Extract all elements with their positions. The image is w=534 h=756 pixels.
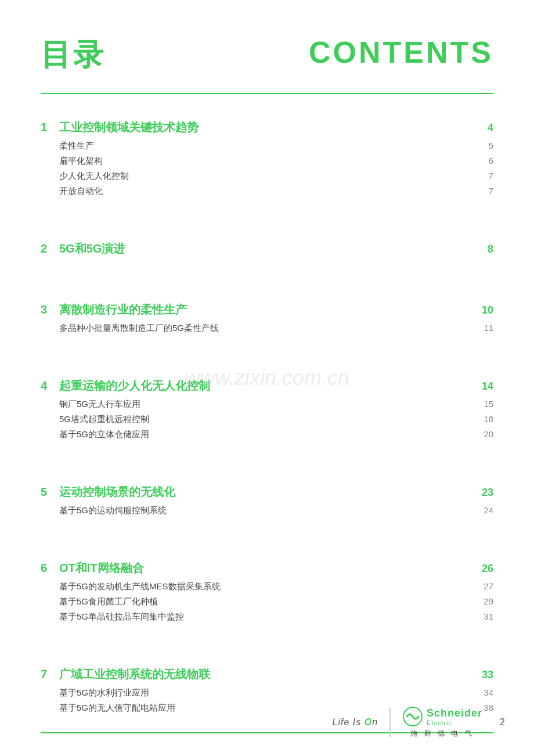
toc-main-page-6: 26 bbox=[476, 563, 493, 575]
toc-sub-item-1-3: 少人化无人化控制 7 bbox=[41, 168, 493, 183]
toc-sub-text-4-1: 钢厂5G无人行车应用 bbox=[59, 399, 140, 410]
page-number: 2 bbox=[500, 717, 505, 728]
title-chinese: 目录 bbox=[41, 35, 106, 75]
toc-sub-item-3-1: 多品种小批量离散制造工厂的5G柔性产线 11 bbox=[41, 320, 493, 335]
toc-sub-text-1-3: 少人化无人化控制 bbox=[59, 171, 129, 182]
page: 目录 CONTENTS www.zixin.com.cn 1 工业控制领域关键技… bbox=[0, 0, 534, 756]
toc-sub-page-5-1: 24 bbox=[476, 505, 493, 515]
toc-sub-page-4-2: 18 bbox=[476, 414, 493, 424]
toc-main-item-6: 6 OT和IT网络融合 26 bbox=[41, 552, 493, 578]
toc-section-1: 1 工业控制领域关键技术趋势 4 柔性生产 5 扁平化架构 6 少人化无人化控制… bbox=[41, 111, 493, 198]
brand-name: Schneider bbox=[427, 707, 482, 719]
toc-main-label-2: 2 5G和5G演进 bbox=[41, 241, 125, 257]
toc-sub-item-7-1: 基于5G的水利行业应用 34 bbox=[41, 685, 493, 700]
top-divider bbox=[41, 93, 493, 94]
toc-main-text-5: 运动控制场景的无线化 bbox=[59, 484, 175, 500]
toc-content: 1 工业控制领域关键技术趋势 4 柔性生产 5 扁平化架构 6 少人化无人化控制… bbox=[0, 111, 534, 715]
toc-section-2: 2 5G和5G演进 8 bbox=[41, 233, 493, 259]
toc-main-label-4: 4 起重运输的少人化无人化控制 bbox=[41, 378, 210, 394]
gap-1 bbox=[41, 204, 493, 215]
brand-cn: 施 耐 德 电 气 bbox=[410, 729, 474, 739]
toc-number-6: 6 bbox=[41, 561, 52, 575]
header-area: 目录 CONTENTS bbox=[0, 0, 534, 93]
footer-divider bbox=[389, 708, 391, 737]
title-english: CONTENTS bbox=[309, 35, 493, 70]
toc-number-4: 4 bbox=[41, 379, 52, 393]
toc-main-page-7: 33 bbox=[476, 669, 493, 681]
toc-sub-text-1-1: 柔性生产 bbox=[59, 141, 94, 152]
schneider-icon bbox=[402, 706, 423, 727]
toc-sub-item-1-1: 柔性生产 5 bbox=[41, 138, 493, 153]
toc-main-text-2: 5G和5G演进 bbox=[59, 241, 125, 257]
toc-sub-page-1-2: 6 bbox=[476, 156, 493, 165]
toc-sub-item-6-2: 基于5G食用菌工厂化种植 29 bbox=[41, 593, 493, 609]
toc-sub-item-6-1: 基于5G的发动机生产线MES数据采集系统 27 bbox=[41, 578, 493, 593]
toc-main-text-6: OT和IT网络融合 bbox=[59, 560, 144, 576]
brand-sub: Electric bbox=[427, 719, 482, 726]
toc-section-4: 4 起重运输的少人化无人化控制 14 钢厂5G无人行车应用 15 5G塔式起重机… bbox=[41, 370, 493, 441]
toc-section-6: 6 OT和IT网络融合 26 基于5G的发动机生产线MES数据采集系统 27 基… bbox=[41, 552, 493, 624]
toc-section-5: 5 运动控制场景的无线化 23 基于5G的运动伺服控制系统 24 bbox=[41, 476, 493, 517]
toc-main-label-6: 6 OT和IT网络融合 bbox=[41, 560, 144, 576]
toc-sub-text-6-1: 基于5G的发动机生产线MES数据采集系统 bbox=[59, 581, 221, 592]
toc-main-item-5: 5 运动控制场景的无线化 23 bbox=[41, 476, 493, 502]
toc-main-item-1: 1 工业控制领域关键技术趋势 4 bbox=[41, 111, 493, 138]
footer: Life Is On Schneider Electric 施 耐 德 电 气 … bbox=[0, 706, 534, 739]
toc-main-page-2: 8 bbox=[476, 243, 493, 255]
toc-sub-item-6-3: 基于5G单晶硅拉晶车间集中监控 31 bbox=[41, 609, 493, 624]
toc-number-2: 2 bbox=[41, 242, 52, 255]
toc-sub-page-1-1: 5 bbox=[476, 141, 493, 150]
toc-sub-item-4-3: 基于5G的立体仓储应用 20 bbox=[41, 426, 493, 441]
toc-sub-page-7-1: 34 bbox=[476, 687, 493, 697]
toc-sub-text-7-1: 基于5G的水利行业应用 bbox=[59, 687, 149, 699]
toc-sub-text-4-3: 基于5G的立体仓储应用 bbox=[59, 429, 149, 440]
toc-main-page-3: 10 bbox=[476, 304, 493, 316]
toc-sub-page-3-1: 11 bbox=[476, 323, 493, 333]
toc-sub-text-1-2: 扁平化架构 bbox=[59, 156, 103, 167]
gap-6 bbox=[41, 629, 493, 641]
toc-main-page-1: 4 bbox=[476, 122, 493, 134]
footer-tagline: Life Is On bbox=[333, 717, 378, 728]
gap-3 bbox=[41, 341, 493, 352]
toc-sub-item-5-1: 基于5G的运动伺服控制系统 24 bbox=[41, 502, 493, 517]
toc-sub-item-1-2: 扁平化架构 6 bbox=[41, 153, 493, 168]
toc-number-5: 5 bbox=[41, 485, 52, 499]
toc-main-label-5: 5 运动控制场景的无线化 bbox=[41, 484, 175, 500]
toc-main-text-7: 广域工业控制系统的无线物联 bbox=[59, 667, 210, 682]
toc-sub-item-4-1: 钢厂5G无人行车应用 15 bbox=[41, 396, 493, 411]
toc-sub-page-4-3: 20 bbox=[476, 429, 493, 439]
toc-main-item-2: 2 5G和5G演进 8 bbox=[41, 233, 493, 259]
toc-main-label-7: 7 广域工业控制系统的无线物联 bbox=[41, 667, 210, 682]
toc-main-page-5: 23 bbox=[476, 487, 493, 499]
toc-main-label-1: 1 工业控制领域关键技术趋势 bbox=[41, 120, 199, 135]
toc-number-3: 3 bbox=[41, 303, 52, 316]
toc-sub-page-6-1: 27 bbox=[476, 581, 493, 591]
gap-4 bbox=[41, 447, 493, 459]
toc-sub-item-1-4: 开放自动化 7 bbox=[41, 183, 493, 198]
toc-number-7: 7 bbox=[41, 668, 52, 681]
toc-sub-text-1-4: 开放自动化 bbox=[59, 186, 103, 197]
toc-sub-page-1-3: 7 bbox=[476, 171, 493, 181]
toc-sub-page-6-3: 31 bbox=[476, 611, 493, 621]
toc-sub-text-6-3: 基于5G单晶硅拉晶车间集中监控 bbox=[59, 611, 184, 622]
toc-main-text-3: 离散制造行业的柔性生产 bbox=[59, 302, 187, 318]
toc-sub-text-4-2: 5G塔式起重机远程控制 bbox=[59, 414, 149, 425]
toc-sub-page-1-4: 7 bbox=[476, 186, 493, 196]
toc-sub-item-4-2: 5G塔式起重机远程控制 18 bbox=[41, 411, 493, 426]
toc-number-1: 1 bbox=[41, 121, 52, 134]
toc-sub-page-6-2: 29 bbox=[476, 596, 493, 606]
toc-main-page-4: 14 bbox=[476, 380, 493, 393]
toc-sub-page-4-1: 15 bbox=[476, 399, 493, 409]
gap-2 bbox=[41, 265, 493, 276]
toc-main-item-7: 7 广域工业控制系统的无线物联 33 bbox=[41, 658, 493, 685]
gap-5 bbox=[41, 523, 493, 535]
toc-main-text-1: 工业控制领域关键技术趋势 bbox=[59, 120, 199, 135]
toc-main-item-3: 3 离散制造行业的柔性生产 10 bbox=[41, 294, 493, 320]
toc-section-3: 3 离散制造行业的柔性生产 10 多品种小批量离散制造工厂的5G柔性产线 11 bbox=[41, 294, 493, 335]
schneider-logo: Schneider Electric 施 耐 德 电 气 bbox=[402, 706, 482, 739]
toc-main-label-3: 3 离散制造行业的柔性生产 bbox=[41, 302, 187, 318]
toc-main-item-4: 4 起重运输的少人化无人化控制 14 bbox=[41, 370, 493, 396]
toc-main-text-4: 起重运输的少人化无人化控制 bbox=[59, 378, 210, 394]
toc-sub-text-5-1: 基于5G的运动伺服控制系统 bbox=[59, 505, 167, 516]
toc-sub-text-3-1: 多品种小批量离散制造工厂的5G柔性产线 bbox=[59, 323, 219, 334]
